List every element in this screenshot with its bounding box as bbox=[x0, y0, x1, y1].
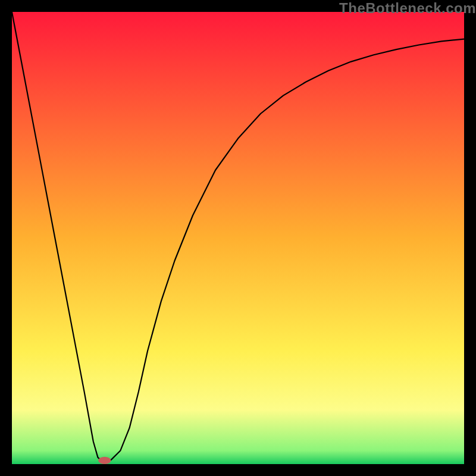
watermark-text: TheBottleneck.com bbox=[339, 0, 476, 17]
chart-frame bbox=[12, 12, 464, 464]
bottleneck-chart bbox=[12, 12, 464, 464]
optimal-point-marker bbox=[98, 457, 111, 464]
chart-background bbox=[12, 12, 464, 464]
